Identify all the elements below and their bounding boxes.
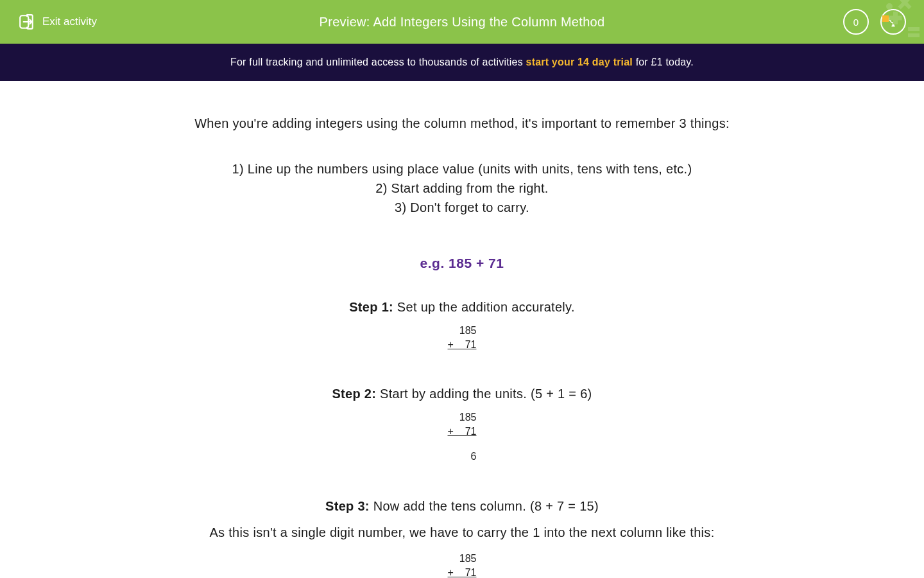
step-1-row2: + 71: [448, 338, 477, 352]
promo-bold: start your 14 day trial: [526, 57, 633, 67]
example-heading: e.g. 185 + 71: [128, 256, 796, 271]
step-2-row1: 185: [448, 410, 477, 425]
promo-prefix: For full tracking and unlimited access t…: [230, 57, 526, 67]
svg-rect-3: [900, 0, 911, 10]
step-1-row1: 185: [448, 324, 477, 338]
promo-banner[interactable]: For full tracking and unlimited access t…: [0, 44, 924, 81]
step-2-title: Step 2: Start by adding the units. (5 + …: [128, 387, 796, 401]
promo-suffix: for £1 today.: [633, 57, 694, 67]
step-2-result: 6: [448, 450, 477, 464]
rule-2: 2) Start adding from the right.: [128, 179, 796, 198]
step-2-working: 185 + 71 6: [448, 410, 477, 464]
trophy-button[interactable]: [880, 9, 906, 35]
step-3-label: Step 3:: [325, 499, 370, 513]
step-1-label: Step 1:: [349, 300, 393, 314]
lesson-content: When you're adding integers using the co…: [109, 81, 815, 578]
step-1-title: Step 1: Set up the addition accurately.: [128, 300, 796, 315]
step-1-working: 185 + 71: [448, 324, 477, 351]
app-header: Exit activity Preview: Add Integers Usin…: [0, 0, 924, 44]
step-2-row2: + 71: [448, 425, 477, 439]
step-2-text: Start by adding the units. (5 + 1 = 6): [376, 387, 592, 401]
svg-rect-2: [898, 0, 909, 10]
svg-rect-7: [908, 27, 920, 31]
page-title: Preview: Add Integers Using the Column M…: [320, 15, 605, 30]
rule-1: 1) Line up the numbers using place value…: [128, 159, 796, 179]
exit-icon: [18, 13, 35, 30]
step-3-block: Step 3: Now add the tens column. (8 + 7 …: [128, 499, 796, 578]
exit-activity-label: Exit activity: [42, 15, 97, 28]
step-1-text: Set up the addition accurately.: [393, 300, 575, 314]
header-right: 0: [843, 9, 906, 35]
step-3-explain: As this isn't a single digit number, we …: [128, 523, 796, 543]
step-3-text: Now add the tens column. (8 + 7 = 15): [370, 499, 599, 513]
step-3-row1: 185: [448, 552, 477, 566]
step-2-label: Step 2:: [332, 387, 376, 401]
step-1-block: Step 1: Set up the addition accurately. …: [128, 300, 796, 351]
step-3-title: Step 3: Now add the tens column. (8 + 7 …: [128, 499, 796, 514]
exit-activity-button[interactable]: Exit activity: [18, 13, 97, 30]
rule-3: 3) Don't forget to carry.: [128, 198, 796, 217]
step-2-block: Step 2: Start by adding the units. (5 + …: [128, 387, 796, 464]
score-value: 0: [853, 17, 859, 28]
intro-text: When you're adding integers using the co…: [128, 113, 796, 134]
trophy-icon: [887, 15, 900, 28]
score-badge[interactable]: 0: [843, 9, 869, 35]
step-3-row2: + 71: [448, 566, 477, 578]
step-3-working: 185 + 71 1 56: [448, 552, 477, 578]
rules-list: 1) Line up the numbers using place value…: [128, 159, 796, 217]
svg-rect-8: [908, 33, 920, 37]
